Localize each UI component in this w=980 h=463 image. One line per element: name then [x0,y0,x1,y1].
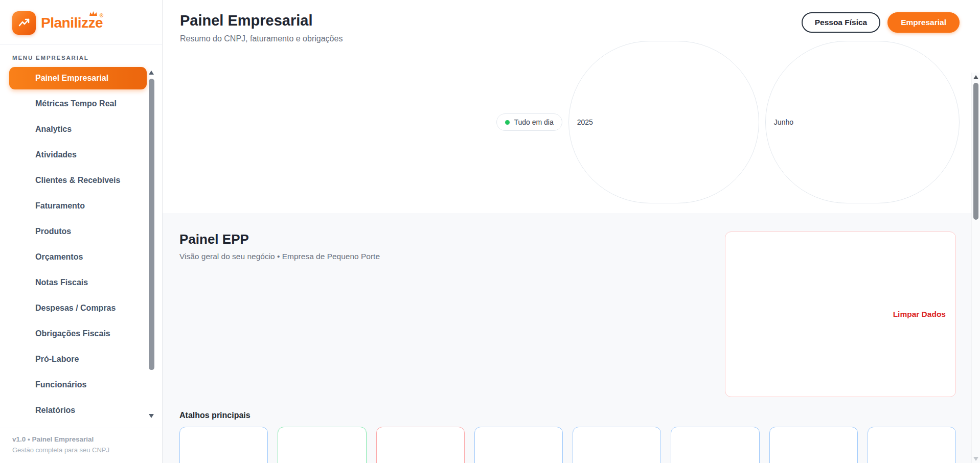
scroll-up-arrow-icon[interactable] [149,71,154,75]
sidebar-item[interactable]: Produtos [9,220,147,243]
bar-chart-icon [17,405,28,416]
shortcut-card[interactable]: Nova despesa [376,427,465,463]
package-icon [770,401,857,463]
main-area: Painel Empresarial Resumo do CNPJ, fatur… [163,0,980,463]
crown-icon [89,9,98,18]
registered-mark: ® [100,13,103,18]
sidebar-item-label: Obrigações Fiscais [35,329,110,338]
user-check-icon [17,380,28,390]
sidebar-item-label: Painel Empresarial [35,74,108,83]
sidebar-item[interactable]: Despesas / Compras [9,297,147,319]
shortcut-card[interactable]: Novo fornecedor [671,427,759,463]
status-chip: Tudo em dia [496,113,562,131]
page-header: Painel Empresarial Resumo do CNPJ, fatur… [163,0,980,214]
sidebar-item[interactable]: Clientes & Recebíveis [9,169,147,192]
sidebar-item[interactable]: Analytics [9,118,147,141]
sidebar-nav: Painel Empresarial Métricas Tempo Real A… [0,67,162,422]
dollar-circle-icon [17,201,28,212]
sidebar-item[interactable]: Pró-Labore [9,348,147,371]
sidebar-item-label: Atividades [35,150,77,159]
building-icon [671,401,759,463]
scroll-up-arrow-icon[interactable] [973,75,978,79]
chevron-down-icon [597,45,750,199]
shortcut-card[interactable]: Novo compromisso [474,427,563,463]
calendar-icon [475,401,562,463]
sidebar-item-label: Analytics [35,125,72,134]
sidebar-item-label: Produtos [35,227,71,236]
sidebar-item[interactable]: Notas Fiscais [9,271,147,294]
pessoa-fisica-button[interactable]: Pessoa Física [802,12,881,33]
month-select-value: Junho [774,118,793,126]
status-dot-icon [505,120,510,125]
users-icon [17,175,28,186]
line-chart-icon [17,124,28,135]
user-plus-icon [573,401,660,463]
sidebar-item[interactable]: Orçamentos [9,246,147,268]
package-icon [17,226,28,237]
trending-down-icon [377,401,464,463]
user-circle-icon [17,354,28,365]
planilizze-logo-icon [12,11,36,35]
scrollbar-thumb[interactable] [973,83,978,220]
sidebar-scrollbar[interactable] [148,71,154,418]
cart-icon [17,303,28,314]
clear-data-button[interactable]: Limpar Dados [725,231,956,397]
activity-icon [17,99,28,109]
tagline-label: Gestão completa para seu CNPJ [12,446,150,454]
sidebar-item-label: Notas Fiscais [35,278,88,287]
logo[interactable]: Planilizze ® [0,0,162,44]
sidebar-item[interactable]: Faturamento [9,195,147,217]
shortcut-card[interactable]: Novo cliente [573,427,661,463]
trending-up-icon [17,150,28,160]
sidebar-item[interactable]: Funcionários [9,374,147,396]
grid-icon [17,73,28,84]
page-subtitle: Resumo do CNPJ, faturamento e obrigações [180,34,343,43]
content-area: Painel EPP Visão geral do seu negócio • … [163,214,980,463]
version-label: v1.0 • Painel Empresarial [12,435,150,443]
section-title: Painel EPP [179,231,380,247]
scrollbar-thumb[interactable] [149,79,154,370]
shortcut-card[interactable]: Nova receita [278,427,366,463]
shortcut-card[interactable]: Novo serviço [868,427,956,463]
shortcut-card[interactable]: Novo produto [769,427,858,463]
sidebar-item-label: Orçamentos [35,252,83,262]
sidebar-item-label: Relatórios [35,406,75,415]
sidebar-item[interactable]: Painel Empresarial [9,67,147,89]
app-window: Planilizze ® MENU EMPRESARIAL Painel Emp… [0,0,980,463]
receipt-icon [17,277,28,288]
year-select-value: 2025 [577,118,593,126]
shortcuts-row: Novo pedido Nova receita Nova despesa [179,427,956,463]
sidebar-item[interactable]: Atividades [9,144,147,166]
sidebar-item-label: Métricas Tempo Real [35,99,117,108]
sidebar-item-label: Clientes & Recebíveis [35,176,120,185]
trending-up-icon [278,401,366,463]
scroll-down-arrow-icon[interactable] [973,457,978,461]
page-title: Painel Empresarial [180,12,343,29]
year-select[interactable]: 2025 [568,41,759,203]
receipt-icon [17,329,28,339]
sidebar-item-label: Faturamento [35,201,85,211]
chevron-down-icon [797,45,951,199]
menu-section-label: MENU EMPRESARIAL [0,44,162,67]
status-chip-label: Tudo em dia [514,118,553,126]
wrench-icon [868,401,955,463]
sidebar-footer: v1.0 • Painel Empresarial Gestão complet… [0,428,162,463]
sidebar-item[interactable]: Relatórios [9,399,147,422]
sidebar-item-label: Despesas / Compras [35,304,116,313]
file-text-icon [17,252,28,263]
trash-icon [735,238,888,391]
sidebar-item-label: Pró-Labore [35,355,79,364]
sidebar: Planilizze ® MENU EMPRESARIAL Painel Emp… [0,0,163,463]
page-scrollbar[interactable] [971,73,980,463]
month-select[interactable]: Junho [765,41,960,203]
sidebar-item[interactable]: Métricas Tempo Real [9,92,147,115]
section-subtitle: Visão geral do seu negócio • Empresa de … [179,252,380,261]
clear-data-label: Limpar Dados [893,310,946,319]
clipboard-icon [180,401,267,463]
sidebar-item-label: Funcionários [35,380,86,389]
scroll-down-arrow-icon[interactable] [149,414,154,418]
shortcut-card[interactable]: Novo pedido [179,427,268,463]
sidebar-item[interactable]: Obrigações Fiscais [9,322,147,345]
empresarial-button[interactable]: Empresarial [887,12,960,33]
